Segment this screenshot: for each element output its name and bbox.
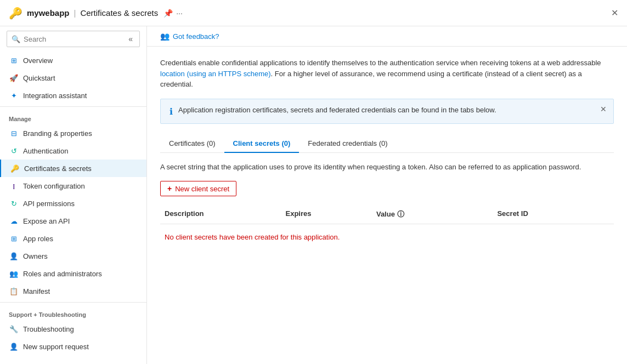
roles-icon: 👥 [9, 269, 19, 278]
grid-icon: ⊞ [9, 55, 19, 65]
sidebar-item-roles-admin[interactable]: 👥 Roles and administrators [0, 265, 146, 282]
sidebar-item-owners[interactable]: 👤 Owners [0, 247, 146, 265]
tab-certificates[interactable]: Certificates (0) [160, 135, 224, 153]
banner-close-button[interactable]: ✕ [600, 105, 607, 113]
owners-icon: 👤 [9, 251, 19, 261]
app-icon: 🔑 [9, 7, 22, 20]
tab-federated-credentials[interactable]: Federated credentials (0) [299, 135, 396, 153]
app-name: mywebapp [27, 8, 70, 18]
more-icon[interactable]: ··· [176, 9, 183, 18]
token-icon: ⫿ [9, 181, 19, 191]
support-icon: 👤 [9, 342, 19, 351]
manifest-icon: 📋 [9, 286, 19, 296]
sidebar-item-api-permissions[interactable]: ↻ API permissions [0, 195, 146, 212]
sidebar-item-certificates[interactable]: 🔑 Certificates & secrets [0, 160, 146, 177]
sidebar-item-app-roles[interactable]: ⊞ App roles [0, 230, 146, 247]
collapse-button[interactable]: « [126, 33, 135, 44]
support-section-label: Support + Troubleshooting [0, 305, 146, 320]
content-body: Credentials enable confidential applicat… [147, 47, 627, 261]
feedback-bar: 👥 Got feedback? [147, 26, 627, 47]
pin-icon[interactable]: 📌 [163, 9, 173, 18]
search-input[interactable] [24, 35, 126, 43]
sidebar-label-roles: Roles and administrators [23, 270, 102, 278]
sidebar-label-api: API permissions [23, 200, 75, 208]
sidebar-item-integration[interactable]: ✦ Integration assistant [0, 87, 146, 104]
branding-icon: ⊟ [9, 128, 19, 138]
sidebar-label-quickstart: Quickstart [23, 74, 55, 82]
tab-client-secrets[interactable]: Client secrets (0) [224, 135, 300, 153]
col-value: Value ⓘ [372, 209, 493, 219]
sidebar-divider-manage [0, 106, 146, 107]
table-header: Description Expires Value ⓘ Secret ID [160, 205, 614, 224]
main-layout: 🔍 « ⊞ Overview 🚀 Quickstart ✦ Integratio… [0, 26, 627, 364]
manage-section-label: Manage [0, 109, 146, 124]
sidebar-label-overview: Overview [23, 56, 53, 65]
rocket-icon: 🚀 [9, 73, 19, 83]
sidebar-item-authentication[interactable]: ↺ Authentication [0, 142, 146, 160]
close-button[interactable]: ✕ [611, 8, 618, 18]
expose-icon: ☁ [9, 216, 19, 226]
sidebar-item-token[interactable]: ⫿ Token configuration [0, 177, 146, 195]
sidebar-item-manifest[interactable]: 📋 Manifest [0, 282, 146, 300]
approles-icon: ⊞ [9, 234, 19, 243]
sidebar-item-troubleshooting[interactable]: 🔧 Troubleshooting [0, 320, 146, 338]
sidebar-label-approles: App roles [23, 235, 53, 243]
sidebar-item-branding[interactable]: ⊟ Branding & properties [0, 124, 146, 142]
api-icon: ↻ [9, 198, 19, 208]
col-description: Description [160, 209, 281, 219]
info-icon: ℹ [170, 106, 173, 117]
sidebar-search-container: 🔍 « [7, 31, 140, 47]
sidebar-label-branding: Branding & properties [23, 129, 92, 138]
col-expires: Expires [281, 209, 372, 219]
sidebar-item-new-support[interactable]: 👤 New support request [0, 338, 146, 355]
sidebar-label-expose: Expose an API [23, 217, 70, 225]
sidebar-label-token: Token configuration [23, 182, 85, 190]
info-banner: ℹ Application registration certificates,… [160, 99, 614, 124]
sidebar-label-owners: Owners [23, 252, 48, 260]
https-link[interactable]: location (using an HTTPS scheme) [160, 70, 271, 78]
banner-text: Application registration certificates, s… [178, 106, 496, 114]
sidebar: 🔍 « ⊞ Overview 🚀 Quickstart ✦ Integratio… [0, 26, 147, 364]
sidebar-item-quickstart[interactable]: 🚀 Quickstart [0, 69, 146, 87]
sidebar-item-expose-api[interactable]: ☁ Expose an API [0, 212, 146, 230]
title-bar: 🔑 mywebapp | Certificates & secrets 📌 ··… [0, 0, 627, 26]
integration-icon: ✦ [9, 90, 19, 100]
new-secret-label: New client secret [175, 185, 229, 193]
sidebar-label-authentication: Authentication [23, 147, 68, 155]
sidebar-label-new-support: New support request [23, 343, 89, 351]
feedback-text[interactable]: Got feedback? [173, 32, 219, 41]
empty-state-message: No client secrets have been created for … [160, 224, 614, 250]
sidebar-label-troubleshooting: Troubleshooting [23, 325, 74, 333]
sidebar-label-integration: Integration assistant [23, 92, 87, 100]
sidebar-divider-support [0, 302, 146, 303]
sidebar-label-certificates: Certificates & secrets [24, 164, 92, 173]
troubleshoot-icon: 🔧 [9, 324, 19, 334]
intro-text: Credentials enable confidential applicat… [160, 58, 614, 90]
search-icon: 🔍 [12, 35, 20, 43]
content-area: 👥 Got feedback? Credentials enable confi… [147, 26, 627, 364]
sidebar-item-overview[interactable]: ⊞ Overview [0, 52, 146, 69]
col-secret-id: Secret ID [493, 209, 614, 219]
title-separator: | [74, 8, 76, 18]
plus-icon: + [167, 184, 172, 193]
sidebar-label-manifest: Manifest [23, 287, 50, 295]
tabs-container: Certificates (0) Client secrets (0) Fede… [160, 135, 614, 153]
auth-icon: ↺ [9, 146, 19, 156]
key-icon: 🔑 [10, 163, 20, 173]
tab-description: A secret string that the application use… [160, 162, 614, 173]
page-title: Certificates & secrets [80, 8, 158, 18]
new-client-secret-button[interactable]: + New client secret [160, 181, 236, 196]
feedback-icon: 👥 [160, 32, 170, 41]
